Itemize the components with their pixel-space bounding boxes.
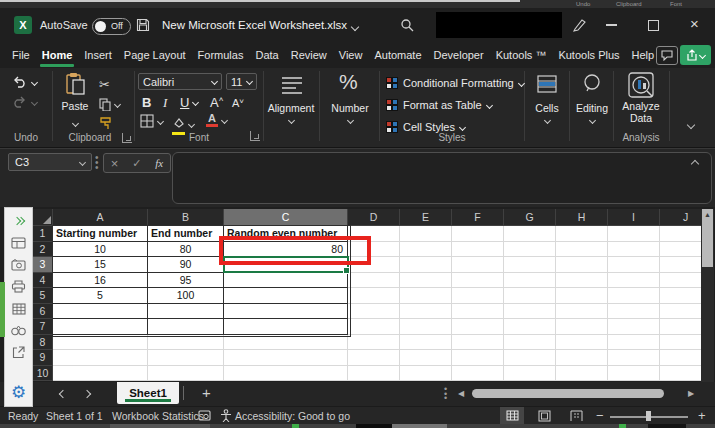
camera-icon[interactable] bbox=[11, 257, 27, 272]
styles-menu-item[interactable]: Format as Table bbox=[386, 97, 492, 113]
draw-pen-icon[interactable] bbox=[572, 18, 587, 32]
cell-C9[interactable] bbox=[224, 350, 348, 366]
column-header-I[interactable]: I bbox=[608, 209, 660, 226]
italic-button[interactable]: I bbox=[163, 95, 167, 111]
printer-icon[interactable] bbox=[11, 279, 27, 294]
select-all-corner[interactable] bbox=[33, 209, 53, 226]
cell-I10[interactable] bbox=[608, 366, 660, 382]
ribbon-tab[interactable]: View bbox=[333, 42, 369, 68]
undo-button[interactable] bbox=[12, 76, 37, 89]
editing-button[interactable]: Editing bbox=[570, 68, 614, 132]
cell-E1[interactable] bbox=[400, 226, 452, 242]
cell-E10[interactable] bbox=[400, 366, 452, 382]
ribbon-tab[interactable]: Insert bbox=[78, 42, 118, 68]
cell-I2[interactable] bbox=[608, 242, 660, 258]
cell-C7[interactable] bbox=[224, 319, 348, 335]
ribbon-tab[interactable]: Data bbox=[249, 42, 284, 68]
ribbon-tab[interactable]: Home bbox=[36, 42, 79, 68]
cell-H7[interactable] bbox=[556, 319, 608, 335]
sheet-tab-active[interactable]: Sheet1 bbox=[117, 382, 179, 404]
cell-G9[interactable] bbox=[504, 350, 556, 366]
cell-G5[interactable] bbox=[504, 288, 556, 304]
share-button[interactable] bbox=[680, 45, 711, 65]
cut-button[interactable]: ✂ bbox=[99, 77, 110, 92]
hscroll-left-icon[interactable]: ◀ bbox=[458, 389, 464, 398]
column-header-C[interactable]: C bbox=[224, 209, 348, 226]
autosave-toggle[interactable]: Off bbox=[92, 18, 131, 35]
formula-bar-drag-handle[interactable]: ••• bbox=[95, 155, 99, 170]
page-break-preview-button[interactable] bbox=[564, 407, 588, 424]
cell-H6[interactable] bbox=[556, 304, 608, 320]
cell-A6[interactable] bbox=[53, 304, 148, 320]
accessibility-icon[interactable] bbox=[220, 409, 232, 422]
insert-function-icon[interactable]: fx bbox=[155, 157, 163, 169]
number-button[interactable]: % Number bbox=[322, 68, 378, 132]
ribbon-tab[interactable]: Kutools Plus bbox=[552, 42, 625, 68]
horizontal-scrollbar-thumb[interactable] bbox=[472, 389, 664, 398]
cell-A5[interactable]: 5 bbox=[53, 288, 148, 304]
cell-A8[interactable] bbox=[53, 335, 148, 351]
close-button[interactable]: × bbox=[690, 15, 699, 32]
next-sheet-icon[interactable] bbox=[83, 390, 91, 398]
cell-E4[interactable] bbox=[400, 273, 452, 289]
cell-D8[interactable] bbox=[348, 335, 400, 351]
cell-C3[interactable] bbox=[224, 257, 348, 273]
cell-A10[interactable] bbox=[53, 366, 148, 382]
ribbon-tab[interactable]: Page Layout bbox=[118, 42, 192, 68]
cell-G6[interactable] bbox=[504, 304, 556, 320]
hscroll-right-icon[interactable]: ▶ bbox=[688, 389, 694, 398]
cell-B9[interactable] bbox=[148, 350, 224, 366]
zoom-slider-thumb[interactable] bbox=[646, 411, 651, 421]
cell-B7[interactable] bbox=[148, 319, 224, 335]
cell-D5[interactable] bbox=[348, 288, 400, 304]
cell-A2[interactable]: 10 bbox=[53, 242, 148, 258]
paste-button[interactable]: Paste bbox=[58, 72, 92, 130]
comments-button[interactable] bbox=[656, 46, 678, 65]
cell-G2[interactable] bbox=[504, 242, 556, 258]
cell-A7[interactable] bbox=[53, 319, 148, 335]
cell-F2[interactable] bbox=[452, 242, 504, 258]
row-header-4[interactable]: 4 bbox=[33, 273, 53, 289]
cell-G8[interactable] bbox=[504, 335, 556, 351]
cell-F3[interactable] bbox=[452, 257, 504, 273]
cell-C5[interactable] bbox=[224, 288, 348, 304]
row-header-1[interactable]: 1 bbox=[33, 226, 53, 242]
row-header-3[interactable]: 3 bbox=[33, 257, 53, 273]
cell-D4[interactable] bbox=[348, 273, 400, 289]
cell-B10[interactable] bbox=[148, 366, 224, 382]
name-box[interactable]: C3 bbox=[8, 153, 92, 171]
cell-F4[interactable] bbox=[452, 273, 504, 289]
cell-I4[interactable] bbox=[608, 273, 660, 289]
maximize-button[interactable] bbox=[648, 20, 659, 31]
cell-F1[interactable] bbox=[452, 226, 504, 242]
cell-D7[interactable] bbox=[348, 319, 400, 335]
table-icon[interactable] bbox=[11, 235, 27, 250]
save-icon[interactable] bbox=[136, 18, 150, 32]
column-header-G[interactable]: G bbox=[504, 209, 556, 226]
cell-I5[interactable] bbox=[608, 288, 660, 304]
cell-D9[interactable] bbox=[348, 350, 400, 366]
ribbon-tab[interactable]: Review bbox=[285, 42, 333, 68]
cell-C2[interactable]: 80 bbox=[224, 242, 348, 258]
ribbon-tab[interactable]: File bbox=[6, 42, 36, 68]
document-title[interactable]: New Microsoft Excel Worksheet.xlsx bbox=[162, 19, 347, 31]
font-name-combo[interactable]: Calibri bbox=[138, 73, 222, 90]
cell-C1[interactable]: Random even number bbox=[224, 226, 348, 242]
collapse-ribbon-icon[interactable] bbox=[687, 121, 695, 129]
cell-I1[interactable] bbox=[608, 226, 660, 242]
font-color-button[interactable]: A bbox=[206, 113, 227, 127]
cell-F6[interactable] bbox=[452, 304, 504, 320]
styles-menu-item[interactable]: Conditional Formatting bbox=[386, 75, 524, 91]
cell-E9[interactable] bbox=[400, 350, 452, 366]
cell-F10[interactable] bbox=[452, 366, 504, 382]
ribbon-tab[interactable]: Kutools ™ bbox=[490, 42, 553, 68]
column-header-B[interactable]: B bbox=[148, 209, 224, 226]
column-header-D[interactable]: D bbox=[348, 209, 400, 226]
cell-G4[interactable] bbox=[504, 273, 556, 289]
vertical-scrollbar-thumb[interactable]: ▲ bbox=[702, 209, 713, 267]
cell-G7[interactable] bbox=[504, 319, 556, 335]
cell-D2[interactable] bbox=[348, 242, 400, 258]
cell-E3[interactable] bbox=[400, 257, 452, 273]
external-link-icon[interactable] bbox=[11, 345, 27, 360]
vertical-scrollbar[interactable]: ▲ bbox=[701, 209, 714, 382]
